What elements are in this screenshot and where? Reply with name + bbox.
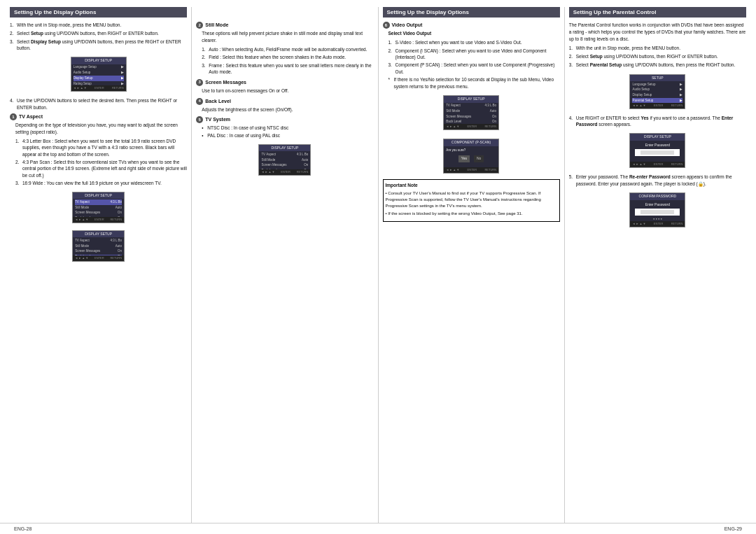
column-1: Setting Up the Display Options 1. With t… bbox=[6, 7, 192, 523]
column-2: 2 Still Mode These options will help pre… bbox=[192, 7, 378, 523]
tv-aspect-item-2: 2. 4:3 Pan Scan : Select this for conven… bbox=[15, 159, 187, 178]
still-mode-label: 2 Still Mode bbox=[196, 22, 373, 29]
screenshot-tv-aspect: DISPLAY SETUP TV Aspect4:3 L Bo Still Mo… bbox=[72, 192, 125, 223]
col4-header: Setting Up the Parental Control bbox=[569, 7, 746, 17]
content-area: Setting Up the Display Options 1. With t… bbox=[0, 0, 756, 523]
screenshot-language-setup: SETUP Language Setup▶ Audio Setup▶ Displ… bbox=[629, 74, 685, 109]
screenshot-reenter-password: CONFIRM PASSWORD Enter Password ● ● ● ● … bbox=[629, 192, 685, 227]
column-4: Setting Up the Parental Control The Pare… bbox=[565, 7, 750, 523]
step-1: 1. With the unit in Stop mode, press the… bbox=[10, 22, 187, 29]
screenshot-tv-system: DISPLAY SETUP TV Aspect4:3 L Bo Still Mo… bbox=[258, 144, 311, 176]
screen-messages-label: 3 Screen Messages bbox=[196, 79, 373, 86]
video-output-3: 3. Component (P SCAN) : Select when you … bbox=[388, 62, 560, 75]
col3-header: Setting Up the Display Options bbox=[383, 7, 560, 17]
still-mode-2: 2. Field : Select this feature when the … bbox=[202, 54, 373, 61]
important-note: Important Note • Consult your TV User's … bbox=[383, 179, 560, 222]
footer-right: ENG-29 bbox=[724, 526, 742, 531]
tv-system-pal: • PAL Disc : In case of using PAL disc bbox=[202, 132, 373, 139]
still-mode-3: 3. Frame : Select this feature when you … bbox=[202, 62, 373, 76]
tv-aspect-item-1: 1. 4:3 Letter Box : Select when you want… bbox=[15, 138, 187, 157]
tv-system-label: 5 TV System bbox=[196, 116, 373, 123]
parental-step-3: 3. Select Parental Setup using UP/DOWN b… bbox=[569, 62, 746, 69]
step-4: 4. Use the UP/DOWN buttons to select the… bbox=[10, 97, 187, 111]
parental-step-1: 1. With the unit in Stop mode, press the… bbox=[569, 45, 746, 52]
column-3: Setting Up the Display Options 6 Video O… bbox=[379, 7, 565, 523]
still-mode-1: 1. Auto : When selecting Auto, Field/Fra… bbox=[202, 46, 373, 53]
back-level-label: 4 Back Level bbox=[196, 98, 373, 105]
step-3: 3. Select Display Setup using UP/DOWN bu… bbox=[10, 38, 187, 52]
screenshot-back-level: DISPLAY SETUP TV Aspect4:3 L Bo Still Mo… bbox=[72, 230, 125, 262]
screenshot-video-output-1: DISPLAY SETUP TV Aspect4:3 L Bo Still Mo… bbox=[443, 95, 499, 130]
tv-aspect-item-3: 3. 16:9 Wide : You can view the full 16:… bbox=[15, 180, 187, 187]
video-output-2: 2. Component (I SCAN) : Select when you … bbox=[388, 48, 560, 61]
footer: ENG-28 ENG-29 bbox=[0, 523, 756, 534]
screenshot-video-output-2: COMPONENT (P-SCAN) Are you sure? Yes No … bbox=[443, 139, 499, 174]
parental-step-4: 4. Use RIGHT or ENTER to select Yes if y… bbox=[569, 115, 746, 128]
col3-body: 6 Video Output Select Video Output 1. S-… bbox=[383, 22, 560, 222]
footer-left: ENG-28 bbox=[14, 526, 31, 531]
tv-system-ntsc: • NTSC Disc : In case of using NTSC disc bbox=[202, 125, 373, 132]
col1-body: 1. With the unit in Stop mode, press the… bbox=[10, 22, 187, 264]
tv-aspect-label: 1 TV Aspect bbox=[10, 113, 187, 120]
col1-header: Setting Up the Display Options bbox=[10, 7, 187, 17]
col2-body: 2 Still Mode These options will help pre… bbox=[196, 22, 373, 178]
video-output-1: 1. S-Video : Select when you want to use… bbox=[388, 39, 560, 46]
parental-step-5: 5. Enter your password. The Re-enter Pas… bbox=[569, 174, 746, 187]
screenshot-enter-password-1: DISPLAY SETUP Enter Password ◄ ► ▲ ▼ENTE… bbox=[629, 133, 685, 168]
parental-step-2: 2. Select Setup using UP/DOWN buttons, t… bbox=[569, 53, 746, 60]
video-output-note: * If there is no Yes/No selection for 10… bbox=[388, 76, 560, 90]
step-2: 2. Select Setup using UP/DOWN buttons, t… bbox=[10, 30, 187, 37]
col4-body: The Parental Control function works in c… bbox=[569, 22, 746, 230]
screenshot-display-setup-1: DISPLAY SETUP Language Setup▶ Audio Setu… bbox=[71, 57, 127, 92]
page-container: Setting Up the Display Options 1. With t… bbox=[0, 0, 756, 534]
video-output-label: 6 Video Output bbox=[383, 22, 560, 29]
